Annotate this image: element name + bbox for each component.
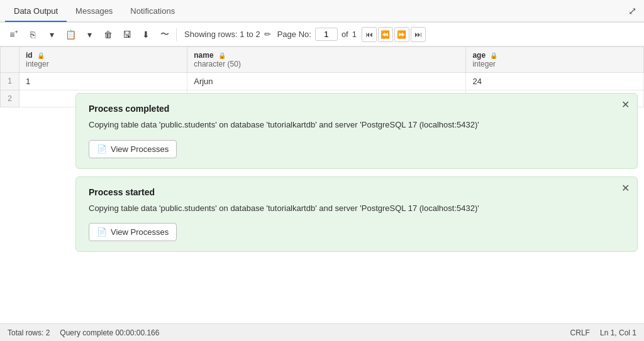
tab-data-output[interactable]: Data Output [5,1,67,22]
doc-icon-1: 📄 [97,144,107,154]
chart-button[interactable]: 〜 [156,26,174,43]
row-number-2: 2 [1,90,19,107]
notifications-overlay: ✕ Process completed Copying table data '… [75,93,638,252]
view-processes-2-button[interactable]: 📄 View Processes [89,223,177,241]
tabs-container: Data Output Messages Notifications [5,1,184,21]
table-row: 1 1 Arjun 24 [1,73,644,90]
next-page-button[interactable]: ⏩ [394,27,409,42]
main-content: id 🔒 integer name 🔒 character (50) age 🔒… [0,46,644,323]
delete-button[interactable]: 🗑 [99,26,117,43]
total-rows-label: Total rows: 2 [8,328,50,337]
chevron-down-icon-2: ▾ [87,30,92,40]
delete-icon: 🗑 [104,30,113,40]
chevron-down-icon: ▾ [50,30,54,40]
cell-age-1[interactable]: 24 [466,73,644,90]
paste-button[interactable]: 📋 [62,26,79,43]
expand-icon[interactable]: ⤢ [626,3,639,19]
download-icon: ⬇ [142,30,150,40]
status-bar-right: CRLF Ln 1, Col 1 [570,328,636,337]
copy-button[interactable]: ⎘ [24,26,42,43]
row-number-1: 1 [1,73,19,90]
close-notification-1-button[interactable]: ✕ [621,100,630,110]
of-label: of [341,30,348,39]
query-info-label: Query complete 00:00:00.166 [60,328,159,337]
cell-name-1[interactable]: Arjun [187,73,466,90]
save-icon: 🖫 [123,30,131,40]
notification-2-body: Copying table data 'public.students' on … [89,202,625,215]
page-number-input[interactable] [315,28,338,41]
toolbar-separator [176,28,177,41]
toolbar: ≡+ ⎘ ▾ 📋 ▾ 🗑 🖫 ⬇ 〜 Showing rows: 1 to 2 … [0,23,644,46]
notification-1-title: Process completed [89,104,625,114]
nav-buttons: ⏮ ⏪ ⏩ ⏭ [362,27,426,42]
doc-icon-2: 📄 [97,227,107,237]
line-ending-label: CRLF [570,328,590,337]
view-processes-2-label: View Processes [111,227,169,237]
toolbar-page: Page No: of 1 [277,28,357,41]
chart-icon: 〜 [160,29,169,40]
lock-icon-age: 🔒 [490,52,497,59]
status-bar: Total rows: 2 Query complete 00:00:00.16… [0,323,644,341]
status-bar-left: Total rows: 2 Query complete 00:00:00.16… [8,328,159,337]
page-no-label: Page No: [277,30,311,39]
cell-id-1[interactable]: 1 [19,73,187,90]
notification-2-title: Process started [89,187,625,197]
save-file-button[interactable]: 🖫 [118,26,136,43]
view-processes-1-label: View Processes [111,144,169,154]
tab-bar-right: ⤢ [626,3,639,19]
lock-icon-id: 🔒 [37,52,45,59]
notification-card-completed: ✕ Process completed Copying table data '… [75,93,638,169]
notification-1-body: Copying table data 'public.students' on … [89,119,625,131]
add-column-button[interactable]: ≡+ [5,26,23,43]
col-header-id: id 🔒 integer [19,47,187,73]
notification-card-started: ✕ Process started Copying table data 'pu… [75,176,638,252]
edit-pencil-icon[interactable]: ✏ [264,30,271,39]
showing-rows-label: Showing rows: 1 to 2 [184,30,260,39]
close-notification-2-button[interactable]: ✕ [621,183,630,193]
toolbar-info: Showing rows: 1 to 2 ✏ [184,30,271,39]
copy-icon: ⎘ [30,30,35,40]
add-col-icon: ≡+ [9,29,18,40]
col-header-age: age 🔒 integer [466,47,644,73]
paste-icon: 📋 [65,30,76,40]
download-button[interactable]: ⬇ [137,26,155,43]
tab-bar: Data Output Messages Notifications ⤢ [0,0,644,23]
row-num-header [1,47,19,73]
cursor-position-label: Ln 1, Col 1 [600,328,636,337]
dropdown-paste-button[interactable]: ▾ [80,26,98,43]
total-pages-value: 1 [352,30,357,39]
tab-messages[interactable]: Messages [67,1,121,22]
tab-notifications[interactable]: Notifications [121,1,184,22]
last-page-button[interactable]: ⏭ [411,27,426,42]
first-page-button[interactable]: ⏮ [362,27,377,42]
view-processes-1-button[interactable]: 📄 View Processes [89,140,177,158]
dropdown-copy-button[interactable]: ▾ [43,26,60,43]
col-header-name: name 🔒 character (50) [187,47,466,73]
lock-icon-name: 🔒 [218,52,226,59]
prev-page-button[interactable]: ⏪ [378,27,393,42]
